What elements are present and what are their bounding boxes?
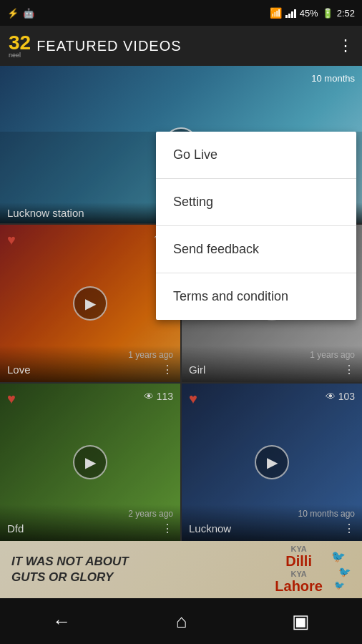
more-options-button[interactable]: ⋮ <box>338 36 353 55</box>
wifi-icon: 📶 <box>270 7 282 19</box>
signal-icon <box>285 8 296 18</box>
dropdown-menu: Go Live Setting Send feedback Terms and … <box>156 132 356 320</box>
menu-item-setting[interactable]: Setting <box>156 179 356 226</box>
recents-button[interactable]: ▣ <box>292 610 310 633</box>
top-bar: 32 neel FEATURED VIDEOS ⋮ <box>0 26 362 66</box>
back-button[interactable]: ← <box>52 610 71 633</box>
clock: 2:52 <box>337 8 355 19</box>
home-button[interactable]: ⌂ <box>176 610 187 633</box>
content-area: 10 months ▶ Lucknow station ♥ 👁 1 ▶ 1 ye… <box>0 66 362 598</box>
android-icon: 🤖 <box>23 8 34 19</box>
featured-video-age: 10 months <box>311 73 355 84</box>
bottom-navigation: ← ⌂ ▣ <box>0 598 362 644</box>
menu-item-terms[interactable]: Terms and condition <box>156 273 356 320</box>
status-left-icons: ⚡ 🤖 <box>7 8 34 19</box>
logo-number: 32 <box>9 31 31 54</box>
menu-item-go-live[interactable]: Go Live <box>156 132 356 179</box>
logo: 32 neel <box>9 33 31 59</box>
logo-area: 32 neel FEATURED VIDEOS <box>9 33 182 59</box>
status-right: 📶 45% 🔋 2:52 <box>270 7 355 19</box>
menu-item-send-feedback[interactable]: Send feedback <box>156 226 356 273</box>
status-bar: ⚡ 🤖 📶 45% 🔋 2:52 <box>0 0 362 26</box>
usb-icon: ⚡ <box>7 8 19 19</box>
battery-level: 45% <box>300 8 318 19</box>
page-title: FEATURED VIDEOS <box>36 38 181 54</box>
battery-icon: 🔋 <box>322 8 333 19</box>
